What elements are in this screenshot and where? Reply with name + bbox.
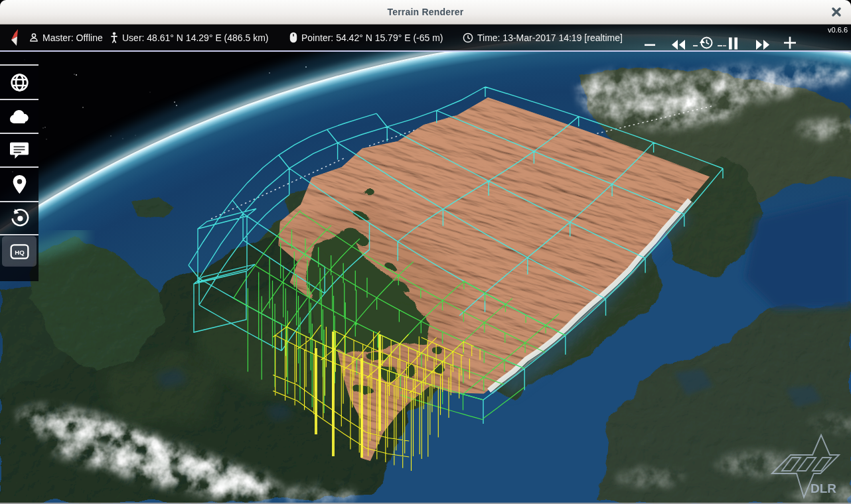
svg-text:HQ: HQ <box>15 248 25 255</box>
svg-text:DLR: DLR <box>811 481 836 495</box>
